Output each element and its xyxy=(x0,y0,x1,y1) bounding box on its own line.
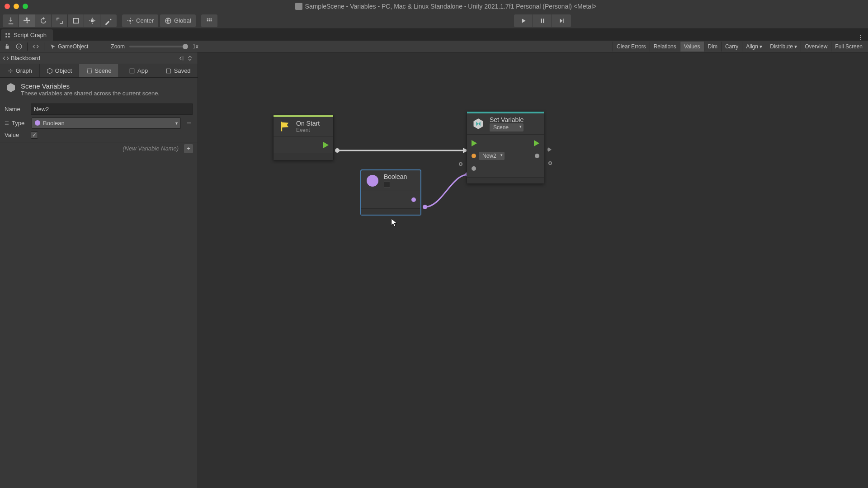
node-header[interactable]: On Start Event xyxy=(274,115,333,136)
universal-icon xyxy=(88,17,96,25)
close-window-button[interactable] xyxy=(5,4,10,9)
svg-rect-3 xyxy=(130,69,134,73)
info-button[interactable] xyxy=(14,42,24,52)
drag-handle[interactable]: ☰ xyxy=(5,120,8,126)
center-label: Center xyxy=(136,17,154,24)
transform-tool[interactable] xyxy=(84,14,100,27)
align-button[interactable]: Align ▾ xyxy=(742,42,766,52)
scope-dropdown[interactable]: Scene xyxy=(490,123,524,131)
center-icon xyxy=(127,17,134,24)
ext-name-input-port[interactable] xyxy=(459,162,462,166)
relations-button[interactable]: Relations xyxy=(650,42,680,52)
clear-errors-button[interactable]: Clear Errors xyxy=(613,42,650,52)
tab-graph[interactable]: Graph xyxy=(0,64,40,77)
type-value: Boolean xyxy=(43,120,65,127)
scroll-button[interactable] xyxy=(187,54,195,62)
zoom-label: Zoom xyxy=(111,43,125,50)
name-output-port[interactable] xyxy=(535,154,539,158)
value-output-port[interactable] xyxy=(411,197,416,202)
full-screen-button[interactable]: Full Screen xyxy=(831,42,866,52)
new-variable-row: (New Variable Name) + xyxy=(0,142,198,155)
rect-tool[interactable] xyxy=(68,14,84,27)
node-title: Boolean xyxy=(384,173,407,180)
name-input-port[interactable] xyxy=(472,154,476,158)
tab-saved[interactable]: Saved xyxy=(158,64,198,77)
variable-type-dropdown[interactable]: Boolean xyxy=(32,117,181,129)
boolean-value-checkbox[interactable] xyxy=(384,182,390,188)
variable-name-dropdown[interactable]: New2 xyxy=(479,152,505,160)
lock-button[interactable] xyxy=(2,42,13,52)
distribute-button[interactable]: Distribute ▾ xyxy=(766,42,801,52)
value-input-port[interactable] xyxy=(472,166,476,171)
play-button[interactable] xyxy=(514,14,533,27)
info-title: Scene Variables xyxy=(21,82,160,90)
script-graph-tab[interactable]: Script Graph xyxy=(1,29,53,41)
carry-button[interactable]: Carry xyxy=(721,42,742,52)
rotate-tool[interactable] xyxy=(35,14,52,27)
gameobject-breadcrumb[interactable]: GameObject xyxy=(47,42,91,51)
scale-icon xyxy=(56,17,64,25)
ext-flow-output-port[interactable] xyxy=(547,147,552,152)
step-button[interactable] xyxy=(552,14,571,27)
ext-value-output-port[interactable] xyxy=(548,161,552,165)
node-header[interactable]: Set Variable Scene xyxy=(467,112,544,135)
tab-scene[interactable]: Scene xyxy=(79,64,119,77)
pivot-center-button[interactable]: Center xyxy=(122,14,158,27)
hand-tool[interactable] xyxy=(3,14,19,27)
add-variable-button[interactable]: + xyxy=(184,144,193,153)
window-controls xyxy=(5,4,28,9)
remove-variable-button[interactable]: − xyxy=(184,118,193,128)
panel-tab-row: Script Graph ⋮ xyxy=(0,29,868,41)
transform-tool-group xyxy=(3,14,117,27)
tab-app[interactable]: App xyxy=(119,64,159,77)
saved-scope-icon xyxy=(165,68,172,74)
maximize-window-button[interactable] xyxy=(23,4,28,9)
graph-canvas[interactable]: On Start Event Boolean xyxy=(198,52,868,488)
rotation-global-button[interactable]: Global xyxy=(160,14,196,27)
step-icon xyxy=(558,18,565,24)
global-label: Global xyxy=(174,17,191,24)
play-controls xyxy=(514,14,571,27)
graph-icon xyxy=(5,32,11,38)
tab-menu-button[interactable]: ⋮ xyxy=(853,34,868,41)
dim-button[interactable]: Dim xyxy=(704,42,721,52)
tab-object[interactable]: Object xyxy=(40,64,80,77)
flow-input-port[interactable] xyxy=(472,140,477,146)
snap-button[interactable] xyxy=(201,14,217,27)
custom-tool[interactable] xyxy=(100,14,117,27)
node-on-start[interactable]: On Start Event xyxy=(273,115,334,160)
blackboard-title: Blackboard xyxy=(11,55,40,61)
variable-name-row: Name xyxy=(0,102,198,116)
zoom-slider-handle[interactable] xyxy=(183,44,188,49)
minimize-window-button[interactable] xyxy=(14,4,19,9)
values-button[interactable]: Values xyxy=(680,42,704,52)
flow-output-port[interactable] xyxy=(534,140,539,146)
svg-point-0 xyxy=(129,20,131,22)
type-label: Type xyxy=(12,120,28,127)
code-button[interactable] xyxy=(30,42,41,52)
node-boolean-literal[interactable]: Boolean xyxy=(361,170,421,215)
window-title: SampleScene - Variables - PC, Mac & Linu… xyxy=(28,3,863,10)
name-label: Name xyxy=(5,106,27,113)
overview-button[interactable]: Overview xyxy=(801,42,831,52)
info-desc: These variables are shared across the cu… xyxy=(21,90,160,98)
object-scope-icon xyxy=(47,68,53,74)
globe-icon xyxy=(165,17,172,24)
move-icon xyxy=(23,17,31,25)
main-toolbar: Center Global xyxy=(0,13,868,29)
svg-point-7 xyxy=(423,205,427,209)
variable-name-input[interactable] xyxy=(31,103,193,115)
scale-tool[interactable] xyxy=(52,14,68,27)
zoom-slider[interactable] xyxy=(129,46,188,47)
move-tool[interactable] xyxy=(19,14,35,27)
collapse-button[interactable] xyxy=(178,54,186,62)
graph-scope-icon xyxy=(7,68,14,74)
mouse-cursor xyxy=(391,218,399,229)
pause-button[interactable] xyxy=(533,14,552,27)
node-header[interactable]: Boolean xyxy=(361,170,420,191)
blackboard-header: Blackboard xyxy=(0,52,198,64)
code-icon xyxy=(33,43,39,50)
flow-output-port[interactable] xyxy=(323,142,329,148)
node-set-variable[interactable]: Set Variable Scene New2 xyxy=(467,111,544,184)
variable-value-checkbox[interactable] xyxy=(31,131,38,139)
